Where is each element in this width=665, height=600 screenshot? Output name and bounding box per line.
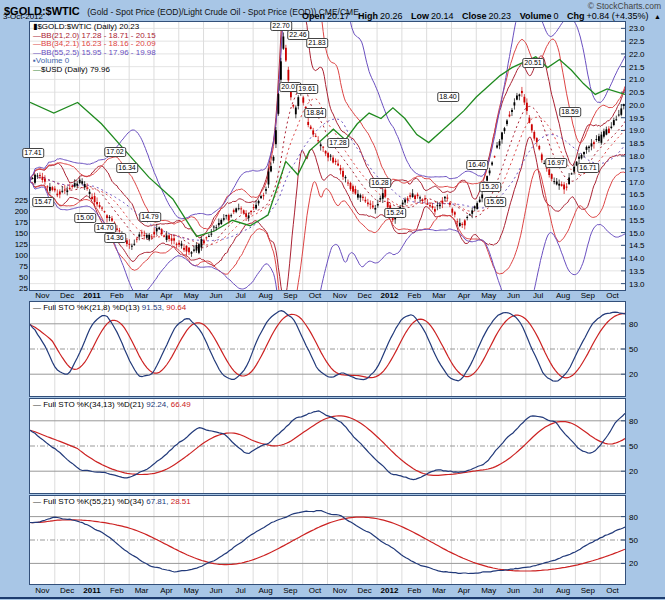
chg-value: +0.84 (+4.35%) [587, 11, 649, 21]
month-axis-label: Apr [154, 585, 179, 596]
d-value: 90.64 [166, 303, 186, 312]
month-axis-label: Nov [328, 290, 353, 301]
month-axis-label: Sep [278, 290, 303, 301]
price-callout: 20.51 [522, 58, 544, 68]
left-axis-label: 75 [2, 262, 28, 271]
close-value: 20.23 [489, 11, 512, 21]
high-label: High [358, 11, 378, 21]
y-axis-label: 14.0 [629, 254, 645, 263]
month-axis-label: Oct [600, 585, 625, 596]
month-axis-label: May [179, 585, 204, 596]
month-axis-label: Sep [278, 585, 303, 596]
month-axis-label: Jul [228, 290, 253, 301]
y-axis-label: 21.0 [629, 75, 645, 84]
price-callout: 18.84 [304, 108, 326, 118]
high-value: 20.26 [380, 11, 403, 21]
volume-label: Volume [520, 11, 552, 21]
y-axis-label: 80 [629, 417, 638, 426]
y-axis-label: 50 [629, 345, 638, 354]
month-axis-label: Oct [303, 585, 328, 596]
month-axis-label: Nov [328, 585, 353, 596]
left-axis-label: 175 [2, 218, 28, 227]
price-callout: 17.28 [327, 138, 349, 148]
left-axis-label: 100 [2, 251, 28, 260]
month-axis-label: Mar [427, 585, 452, 596]
month-axis-label: Dec [55, 290, 80, 301]
full-sto-mid-panel: — Full STO %K(34,13) %D(21) 92.24, 66.49 [29, 398, 626, 494]
d-value: 28.51 [171, 497, 191, 506]
month-axis-label: Jun [204, 290, 229, 301]
y-axis-label: 18.0 [629, 152, 645, 161]
indicator-label: Full STO %K(21,8) %D(13) [43, 303, 142, 312]
y-axis-label: 80 [629, 320, 638, 329]
month-axis-label: Jun [204, 585, 229, 596]
month-axis-label: Apr [452, 290, 477, 301]
price-callout: 14.79 [139, 212, 161, 222]
indicator-label: Full STO %K(34,13) %D(21) [43, 400, 146, 409]
y-axis-label: 22.0 [629, 50, 645, 59]
month-axis-label: Nov [30, 290, 55, 301]
y-axis-label: 22.5 [629, 37, 645, 46]
k-value: 91.53, [142, 303, 166, 312]
k-value: 67.81, [146, 497, 170, 506]
full-sto-slow-panel-plot [30, 496, 625, 584]
open-value: 20.17 [327, 11, 350, 21]
full-sto-mid-title: — Full STO %K(34,13) %D(21) 92.24, 66.49 [33, 400, 191, 409]
y-axis-label: 50 [629, 536, 638, 545]
price-callout: 16.71 [577, 163, 599, 173]
full-sto-fast-title: — Full STO %K(21,8) %D(13) 91.53, 90.64 [33, 303, 186, 312]
y-axis-label: 23.0 [629, 24, 645, 33]
month-axis-label: Mar [129, 585, 154, 596]
main-price-panel: ▮$GOLD:$WTIC (Daily) 20.23—BB(21,2.0) 17… [29, 21, 626, 291]
year-axis-label: 2011 [80, 585, 105, 596]
left-axis-label: 225 [2, 196, 28, 205]
legend-text: $USD (Daily) 79.96 [41, 65, 110, 74]
quote-summary: Open20.17 High20.26 Low20.14 Close20.23 … [296, 11, 661, 21]
left-axis-label: 25 [2, 284, 28, 293]
price-callout: 14.70 [94, 223, 116, 233]
price-callout: 18.59 [559, 107, 581, 117]
bottom-rule [0, 597, 665, 599]
month-axis-label: Aug [253, 585, 278, 596]
y-axis-label: 15.0 [629, 229, 645, 238]
month-axis-label: Jul [526, 585, 551, 596]
y-axis-label: 17.5 [629, 165, 645, 174]
full-sto-slow-panel: — Full STO %K(55,21) %D(34) 67.81, 28.51 [29, 495, 626, 585]
indicator-label: Full STO %K(55,21) %D(34) [43, 497, 146, 506]
chart-date: 3-Oct-2012 [3, 12, 43, 21]
left-axis-label: 150 [2, 229, 28, 238]
price-callout: 15.47 [32, 197, 54, 207]
month-axis-label: Dec [352, 290, 377, 301]
month-axis-label: Jul [526, 290, 551, 301]
line-swatch-icon: — [33, 400, 43, 409]
year-axis-label: 2012 [377, 585, 402, 596]
month-axis-label: Jul [228, 585, 253, 596]
y-axis-label: 16.5 [629, 190, 645, 199]
month-axis-label: Jun [501, 290, 526, 301]
open-label: Open [302, 11, 325, 21]
price-callout: 19.61 [296, 84, 318, 94]
price-callout: 17.41 [22, 148, 44, 158]
price-callout: 16.40 [466, 160, 488, 170]
line-swatch-icon: — [33, 497, 43, 506]
price-callout: 16.34 [116, 163, 138, 173]
month-axis-label: Aug [253, 290, 278, 301]
month-axis-label: Feb [402, 585, 427, 596]
y-axis-label: 15.5 [629, 216, 645, 225]
full-sto-mid-panel-plot [30, 399, 625, 493]
month-axis-label: Aug [551, 585, 576, 596]
left-axis-label: 200 [2, 207, 28, 216]
price-callout: 15.20 [479, 182, 501, 192]
left-axis-label: 125 [2, 240, 28, 249]
price-callout: 15.00 [74, 213, 96, 223]
full-sto-fast-panel: — Full STO %K(21,8) %D(13) 91.53, 90.64 [29, 301, 626, 397]
full-sto-fast-panel-plot [30, 302, 625, 396]
price-callout: 16.28 [369, 178, 391, 188]
month-axis-label: Mar [129, 290, 154, 301]
price-callout: 14.36 [104, 233, 126, 243]
y-axis-label: 13.0 [629, 280, 645, 289]
close-label: Close [462, 11, 487, 21]
price-callout: 18.40 [437, 92, 459, 102]
price-callout: 15.65 [484, 197, 506, 207]
price-callout: 16.97 [545, 158, 567, 168]
